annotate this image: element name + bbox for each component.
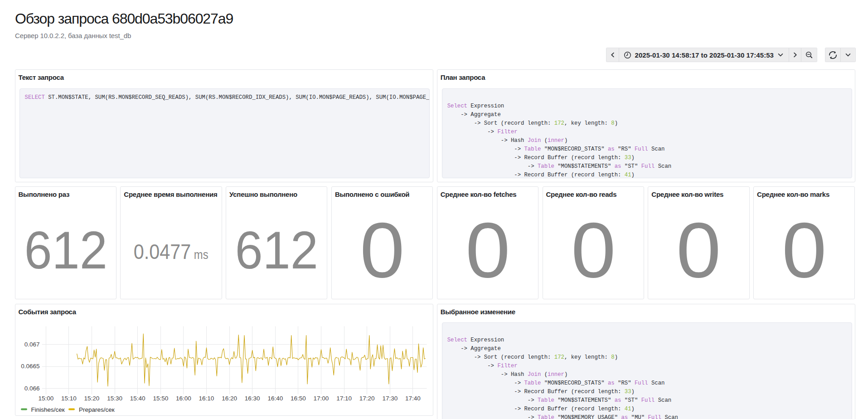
svg-text:0.067: 0.067 (24, 341, 39, 347)
svg-text:17:40: 17:40 (405, 395, 421, 401)
svg-text:17:10: 17:10 (336, 395, 352, 401)
svg-text:15:50: 15:50 (153, 395, 168, 401)
svg-text:15:00: 15:00 (38, 395, 53, 401)
svg-text:15:10: 15:10 (61, 395, 77, 401)
svg-text:0.066: 0.066 (24, 385, 39, 392)
svg-text:Prepares/сек: Prepares/сек (79, 406, 115, 413)
svg-text:17:30: 17:30 (382, 395, 398, 401)
svg-text:16:50: 16:50 (291, 395, 306, 401)
svg-text:0.0665: 0.0665 (21, 363, 39, 370)
svg-text:15:40: 15:40 (130, 395, 145, 401)
svg-text:17:20: 17:20 (359, 395, 374, 401)
svg-text:16:10: 16:10 (199, 395, 214, 401)
svg-text:Finishes/сек: Finishes/сек (31, 406, 64, 413)
svg-text:16:20: 16:20 (222, 395, 237, 401)
svg-text:15:30: 15:30 (107, 395, 122, 401)
svg-text:17:00: 17:00 (313, 395, 329, 401)
svg-text:15:20: 15:20 (84, 395, 99, 401)
svg-text:16:30: 16:30 (244, 395, 260, 401)
svg-text:16:40: 16:40 (267, 395, 283, 401)
svg-text:16:00: 16:00 (176, 395, 191, 401)
